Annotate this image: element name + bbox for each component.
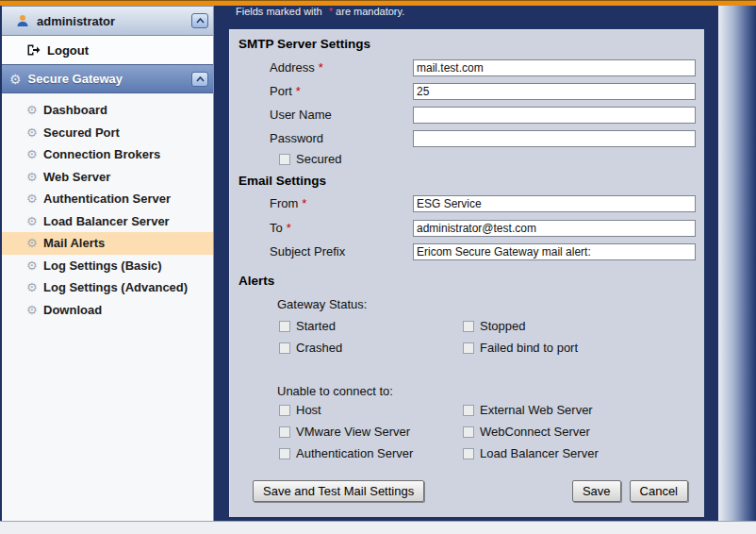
collapse-user-button[interactable] [191, 13, 208, 28]
checkbox-external-web-server[interactable] [463, 405, 474, 416]
sidebar-item-mail-alerts[interactable]: ⚙Mail Alerts [2, 232, 213, 255]
to-label: To* [270, 221, 291, 235]
button-row: Save and Test Mail Settings Save Cancel [230, 480, 704, 505]
sidebar-item-secured-port[interactable]: ⚙Secured Port [2, 122, 213, 144]
user-name-label: administrator [37, 14, 115, 28]
logout-icon [26, 43, 41, 57]
email-settings-heading: Email Settings [238, 174, 326, 188]
checkbox-stopped[interactable] [463, 321, 474, 332]
footer-bar [0, 521, 756, 534]
chevron-up-icon [196, 76, 205, 82]
sidebar-nav: ⚙Dashboard ⚙Secured Port ⚙Connection Bro… [2, 93, 213, 321]
checkbox-failed-bind[interactable] [463, 342, 474, 354]
gear-icon: ⚙ [26, 104, 41, 116]
required-asterisk: * [287, 221, 291, 235]
cancel-button[interactable]: Cancel [630, 480, 688, 502]
smtp-settings-heading: SMTP Server Settings [238, 37, 370, 51]
sidebar-item-log-settings-advanced[interactable]: ⚙Log Settings (Advanced) [2, 276, 213, 299]
group-label: Secure Gateway [28, 72, 123, 86]
checkbox-vmware-view-server[interactable] [279, 426, 290, 438]
gear-icon: ⚙ [26, 304, 41, 316]
mandatory-note: Fields marked with * are mandatory. [236, 6, 404, 17]
chevron-up-icon [196, 18, 205, 24]
checkbox-started[interactable] [279, 321, 290, 332]
gateway-status-label: Gateway Status: [277, 297, 367, 311]
username-label: User Name [270, 108, 332, 122]
decorative-gradient [718, 6, 756, 521]
required-asterisk: * [302, 196, 306, 210]
sidebar-item-download[interactable]: ⚙Download [2, 299, 213, 322]
from-input[interactable] [413, 195, 696, 212]
alerts-heading: Alerts [238, 274, 274, 288]
sidebar-item-authentication-server[interactable]: ⚙Authentication Server [2, 188, 213, 210]
checkbox-host[interactable] [279, 405, 290, 416]
gear-icon: ⚙ [26, 192, 41, 205]
sidebar-item-web-server[interactable]: ⚙Web Server [2, 166, 213, 189]
sidebar-item-log-settings-basic[interactable]: ⚙Log Settings (Basic) [2, 255, 213, 277]
gear-icon: ⚙ [26, 237, 41, 249]
secure-gateway-header[interactable]: ⚙ Secure Gateway [2, 64, 213, 93]
save-and-test-button[interactable]: Save and Test Mail Settings [253, 480, 424, 502]
user-icon [16, 14, 29, 27]
sidebar: administrator Logout ⚙ Secure Gateway [2, 6, 214, 521]
secured-checkbox[interactable] [279, 154, 290, 165]
username-input[interactable] [413, 107, 696, 124]
gear-icon: ⚙ [26, 148, 41, 160]
port-label: Port* [270, 84, 301, 98]
unable-to-connect-label: Unable to connect to: [277, 384, 393, 398]
address-input[interactable] [413, 59, 696, 76]
required-asterisk: * [296, 84, 301, 98]
collapse-group-button[interactable] [191, 72, 208, 87]
subject-prefix-label: Subject Prefix [270, 244, 345, 259]
to-input[interactable] [413, 220, 696, 237]
logout-item[interactable]: Logout [2, 36, 213, 64]
from-label: From* [270, 196, 306, 210]
secured-label: Secured [296, 152, 341, 166]
checkbox-load-balancer-server[interactable] [463, 448, 474, 459]
subject-prefix-input[interactable] [413, 243, 696, 260]
gear-icon: ⚙ [26, 259, 41, 272]
checkbox-authentication-server[interactable] [279, 448, 290, 459]
app-window: administrator Logout ⚙ Secure Gateway [0, 0, 756, 534]
settings-panel: SMTP Server Settings Address* Port* User… [229, 29, 704, 517]
port-input[interactable] [413, 83, 696, 100]
sidebar-item-connection-brokers[interactable]: ⚙Connection Brokers [2, 143, 213, 166]
logout-label: Logout [47, 43, 89, 58]
password-input[interactable] [413, 130, 696, 147]
gear-icon: ⚙ [26, 126, 41, 139]
required-asterisk: * [319, 60, 323, 75]
checkbox-crashed[interactable] [279, 342, 290, 354]
user-menu-header[interactable]: administrator [2, 6, 213, 36]
sidebar-item-dashboard[interactable]: ⚙Dashboard [2, 99, 213, 122]
gear-icon: ⚙ [26, 215, 41, 227]
gear-icon: ⚙ [26, 281, 41, 293]
gear-icon: ⚙ [26, 171, 41, 183]
gear-icon: ⚙ [9, 73, 22, 86]
address-label: Address* [270, 60, 323, 75]
checkbox-webconnect-server[interactable] [463, 426, 474, 438]
main-content: Fields marked with * are mandatory. SMTP… [215, 6, 718, 521]
sidebar-item-load-balancer-server[interactable]: ⚙Load Balancer Server [2, 210, 213, 233]
save-button[interactable]: Save [572, 480, 621, 502]
password-label: Password [270, 131, 323, 145]
